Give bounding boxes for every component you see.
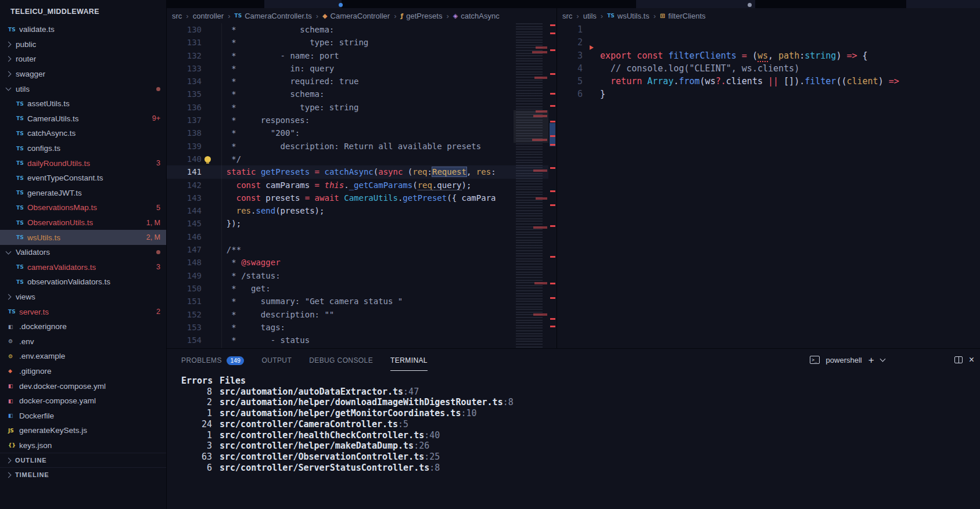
overview-ruler[interactable] — [548, 23, 557, 348]
explorer-item--env[interactable]: ⚙.env — [0, 334, 166, 349]
explorer-item--gitignore[interactable]: ◆.gitignore — [0, 364, 166, 379]
minimap[interactable] — [514, 23, 548, 348]
explorer-item-observationsmap-ts[interactable]: TSObservationsMap.ts5 — [0, 200, 166, 215]
line-number[interactable]: 154 — [167, 334, 202, 346]
panel-tab-output[interactable]: OUTPUT — [261, 349, 292, 371]
line-number[interactable]: 142 — [167, 179, 202, 192]
line-number[interactable]: 135 — [167, 88, 202, 100]
file-link[interactable]: src/controller/helper/makeDataDump.ts:26 — [220, 441, 429, 452]
code-line-3[interactable]: 3export const filterClients = (ws, path:… — [557, 49, 980, 62]
code-line-2[interactable]: 2 — [557, 36, 980, 49]
code-line-149[interactable]: 149 * /status: — [167, 269, 557, 282]
line-number[interactable]: 150 — [167, 282, 202, 295]
explorer-item-generatekeysets-js[interactable]: JSgenerateKeySets.js — [0, 423, 166, 438]
code-area[interactable]: 130 * schema:131 * type: string132 * - n… — [167, 23, 557, 348]
code-line-147[interactable]: 147 /** — [167, 243, 557, 256]
explorer-item-public[interactable]: public — [0, 37, 166, 52]
code-line-6[interactable]: 6} — [557, 88, 980, 100]
code-line-136[interactable]: 136 * type: string — [167, 101, 557, 114]
explorer-item-observationvalidators-ts[interactable]: TSobservationValidators.ts — [0, 275, 166, 290]
code-line-144[interactable]: 144 res.send(presets); — [167, 204, 557, 217]
breadcrumb-item[interactable]: ◈catchAsync — [453, 12, 500, 20]
code-line-138[interactable]: 138 * "200": — [167, 127, 557, 139]
sidebar-section-timeline[interactable]: TIMELINE — [0, 467, 166, 482]
explorer-item-assetutils-ts[interactable]: TSassetUtils.ts — [0, 96, 166, 111]
code-area[interactable]: 123export const filterClients = (ws, pat… — [557, 23, 980, 348]
explorer-item-catchasync-ts[interactable]: TScatchAsync.ts — [0, 126, 166, 141]
explorer-item-utils[interactable]: utils — [0, 81, 166, 96]
code-line-134[interactable]: 134 * required: true — [167, 75, 557, 88]
breadcrumb-item[interactable]: ⊞filterClients — [660, 12, 706, 20]
breadcrumb-item[interactable]: controller — [193, 12, 224, 20]
code-line-151[interactable]: 151 * summary: "Get camera status " — [167, 295, 557, 308]
line-number[interactable]: 148 — [167, 256, 202, 269]
sidebar-section-outline[interactable]: OUTLINE — [0, 453, 166, 467]
file-link[interactable]: src/automation/helper/downloadImageWithD… — [220, 397, 514, 408]
code-line-143[interactable]: 143 const presets = await CameraUtils.ge… — [167, 192, 557, 204]
explorer-item-wsutils-ts[interactable]: TSwsUtils.ts2, M — [0, 230, 166, 245]
line-number[interactable]: 146 — [167, 230, 202, 243]
explorer-item-cameravalidators-ts[interactable]: TScameraValidators.ts3 — [0, 260, 166, 275]
code-line-145[interactable]: 145 }); — [167, 217, 557, 230]
code-line-139[interactable]: 139 * description: Return all available … — [167, 140, 557, 153]
folded-region-error-icon[interactable] — [590, 45, 594, 50]
code-line-140[interactable]: 140 */ — [167, 153, 557, 165]
code-line-148[interactable]: 148 * @swagger — [167, 256, 557, 269]
panel-tab-problems[interactable]: PROBLEMS149 — [181, 349, 244, 371]
line-number[interactable]: 137 — [167, 114, 202, 127]
code-line-1[interactable]: 1 — [557, 23, 980, 36]
line-number[interactable]: 3 — [557, 49, 583, 62]
explorer-item-dev-docker-compose-yml[interactable]: ◧dev.docker-compose.yml — [0, 378, 166, 394]
line-number[interactable]: 133 — [167, 62, 202, 75]
explorer-item-camerautils-ts[interactable]: TSCameraUtils.ts9+ — [0, 111, 166, 127]
code-line-131[interactable]: 131 * type: string — [167, 36, 557, 49]
code-line-137[interactable]: 137 * responses: — [167, 114, 557, 127]
line-number[interactable]: 145 — [167, 217, 202, 230]
code-line-150[interactable]: 150 * get: — [167, 282, 557, 295]
scrollbar-thumb[interactable] — [550, 123, 555, 146]
shell-name[interactable]: powershell — [826, 356, 862, 364]
explorer-item-server-ts[interactable]: TSserver.ts2 — [0, 304, 166, 319]
line-number[interactable]: 151 — [167, 295, 202, 308]
line-number[interactable]: 5 — [557, 75, 583, 88]
line-number[interactable]: 134 — [167, 75, 202, 88]
explorer-item--dockerignore[interactable]: ◧.dockerignore — [0, 319, 166, 334]
breadcrumb-item[interactable]: ◆CameraController — [322, 12, 390, 20]
line-number[interactable]: 153 — [167, 321, 202, 334]
explorer-item-validate-ts[interactable]: TSvalidate.ts — [0, 22, 166, 37]
explorer-item-views[interactable]: views — [0, 290, 166, 305]
breadcrumb-item[interactable]: src — [172, 12, 182, 20]
explorer-item--env-example[interactable]: ⚙.env.example — [0, 349, 166, 364]
line-number[interactable]: 140 — [167, 153, 202, 165]
workspace-title[interactable]: TELEICU_MIDDLEWARE — [0, 0, 166, 22]
file-link[interactable]: src/controller/healthCheckController.ts:… — [220, 430, 440, 441]
active-tab-partial[interactable] — [636, 0, 755, 8]
breadcrumb-item[interactable]: TSwsUtils.ts — [607, 12, 649, 20]
lightbulb-icon[interactable] — [204, 156, 211, 163]
explorer-item-dockerfile[interactable]: ◧Dockerfile — [0, 408, 166, 423]
code-line-135[interactable]: 135 * schema: — [167, 88, 557, 100]
explorer-item-dailyroundutils-ts[interactable]: TSdailyRoundUtils.ts3 — [0, 156, 166, 171]
line-number[interactable]: 147 — [167, 243, 202, 256]
breadcrumb-item[interactable]: TSCameraController.ts — [235, 12, 312, 20]
code-line-152[interactable]: 152 * description: "" — [167, 308, 557, 321]
breadcrumb-item[interactable]: ƒgetPresets — [400, 12, 442, 20]
line-number[interactable]: 136 — [167, 101, 202, 114]
explorer-item-validators[interactable]: Validators — [0, 245, 166, 260]
new-terminal-button[interactable]: + — [868, 355, 874, 365]
line-number[interactable]: 2 — [557, 36, 583, 49]
line-number[interactable]: 149 — [167, 269, 202, 282]
explorer-item-swagger[interactable]: swagger — [0, 67, 166, 82]
explorer-item-eventtypeconstant-ts[interactable]: TSeventTypeConstant.ts — [0, 171, 166, 186]
file-link[interactable]: src/controller/ObservationController.ts:… — [220, 452, 440, 463]
explorer-item-generatejwt-ts[interactable]: TSgenerateJWT.ts — [0, 186, 166, 201]
explorer-item-docker-compose-yaml[interactable]: ◧docker-compose.yaml — [0, 394, 166, 409]
terminal-output[interactable]: ErrorsFiles8src/automation/autoDataExtra… — [167, 371, 980, 473]
code-line-133[interactable]: 133 * in: query — [167, 62, 557, 75]
line-number[interactable]: 141 — [167, 165, 202, 178]
line-number[interactable]: 6 — [557, 88, 583, 100]
panel-tab-terminal[interactable]: TERMINAL — [390, 349, 428, 371]
close-panel-button[interactable]: × — [969, 355, 974, 364]
explorer-item-keys-json[interactable]: {}keys.json — [0, 438, 166, 453]
code-line-146[interactable]: 146 — [167, 230, 557, 243]
